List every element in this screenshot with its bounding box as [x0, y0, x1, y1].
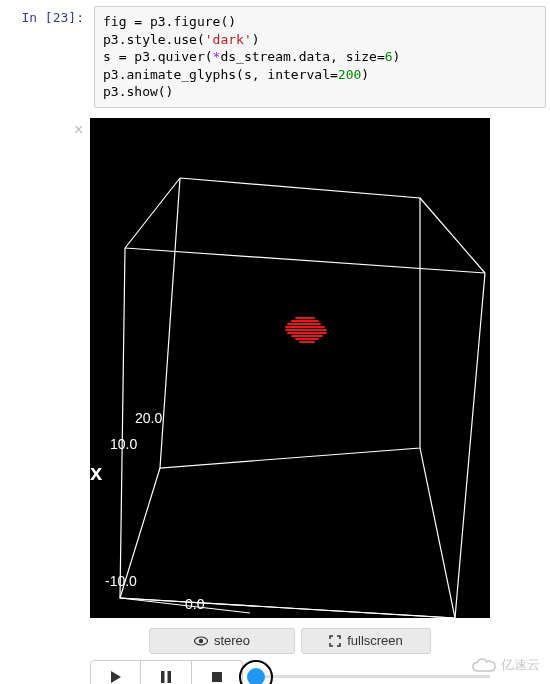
fullscreen-label: fullscreen	[347, 633, 403, 648]
play-button[interactable]	[90, 660, 141, 684]
eye-icon	[194, 636, 208, 646]
code-line: )	[252, 32, 260, 47]
stereo-button[interactable]: stereo	[149, 628, 295, 654]
play-icon	[111, 671, 121, 683]
code-line: p3.show()	[103, 84, 173, 99]
stereo-label: stereo	[214, 633, 250, 648]
axis-tick: -10.0	[105, 573, 137, 589]
3d-plot-canvas[interactable]: 20.0 10.0 x -10.0 0.0	[90, 118, 490, 618]
close-icon[interactable]: ×	[74, 122, 83, 138]
input-prompt: In [23]:	[4, 6, 94, 108]
view-buttons-row: stereo fullscreen	[90, 628, 490, 654]
svg-marker-3	[111, 671, 121, 683]
code-line: )	[393, 49, 401, 64]
axis-label-x: x	[90, 460, 102, 486]
pause-icon	[161, 671, 171, 683]
code-string: 'dark'	[205, 32, 252, 47]
output-area: ×	[90, 118, 550, 684]
playback-controls: ➤	[90, 660, 490, 684]
code-line: s = p3.quiver(	[103, 49, 213, 64]
svg-rect-6	[212, 672, 222, 682]
axis-tick: 10.0	[110, 436, 137, 452]
code-line: p3.animate_glyphs(s, interval=	[103, 67, 338, 82]
axis-tick: 20.0	[135, 410, 162, 426]
code-editor[interactable]: fig = p3.figure() p3.style.use('dark') s…	[94, 6, 546, 108]
code-line: )	[361, 67, 369, 82]
svg-rect-5	[168, 671, 172, 683]
code-line: p3.style.use(	[103, 32, 205, 47]
watermark-text: 亿速云	[501, 656, 540, 674]
code-cell: In [23]: fig = p3.figure() p3.style.use(…	[0, 0, 550, 114]
svg-point-2	[199, 639, 203, 643]
wireframe-box	[90, 118, 490, 618]
axis-tick: 0.0	[185, 596, 204, 612]
cloud-icon	[471, 657, 497, 673]
fullscreen-button[interactable]: fullscreen	[301, 628, 431, 654]
expand-icon	[329, 635, 341, 647]
watermark: 亿速云	[471, 656, 540, 674]
slider-thumb[interactable]	[247, 668, 265, 684]
pause-button[interactable]	[141, 660, 192, 684]
svg-rect-4	[161, 671, 165, 683]
code-number: 6	[385, 49, 393, 64]
animation-slider[interactable]: ➤	[253, 675, 490, 678]
code-line: fig = p3.figure()	[103, 14, 236, 29]
quiver-glyphs	[285, 313, 330, 348]
stop-icon	[212, 672, 222, 682]
cursor-icon: ➤	[265, 678, 281, 684]
stop-button[interactable]	[192, 660, 243, 684]
code-line: ds_stream.data, size=	[220, 49, 384, 64]
code-number: 200	[338, 67, 361, 82]
